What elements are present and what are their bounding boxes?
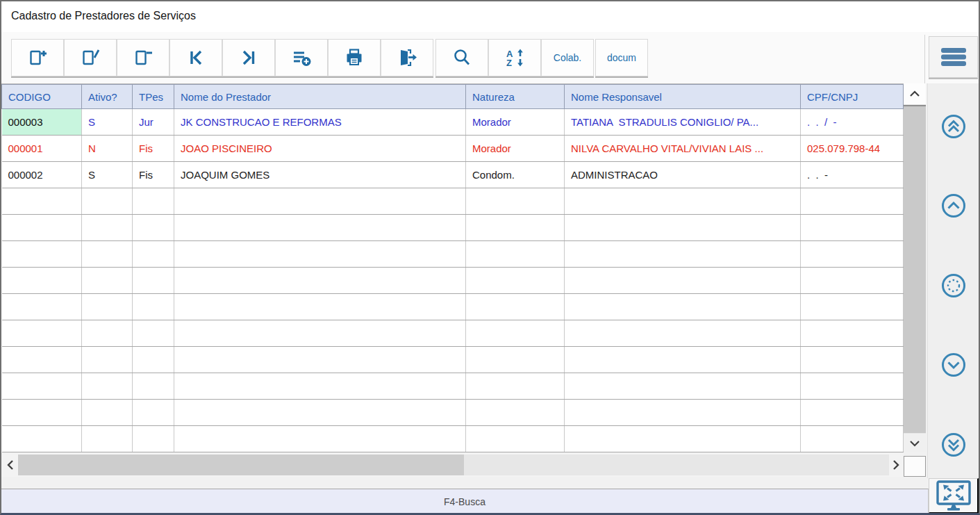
cell-codigo-selected[interactable]: 000003 [2, 109, 82, 136]
cell-tpes[interactable]: Fis [133, 162, 174, 188]
empty-row [2, 241, 904, 268]
nav-top-button[interactable] [940, 113, 967, 140]
search-button[interactable] [435, 39, 488, 76]
list-plus-icon [290, 47, 313, 69]
page-title: Cadastro de Prestadores de Serviços [11, 10, 196, 22]
column-header-nome[interactable]: Nome do Prestador [174, 85, 466, 109]
horizontal-scroll-track [18, 455, 889, 475]
scroll-right-button[interactable] [889, 453, 903, 477]
status-bar: F4-Busca [1, 489, 929, 514]
cell-cpf[interactable]: . . - [801, 162, 904, 188]
cell-natureza[interactable]: Condom. [466, 162, 565, 188]
title-bar: Cadastro de Prestadores de Serviços [1, 1, 979, 32]
scroll-up-button[interactable] [904, 83, 926, 104]
app-window: Cadastro de Prestadores de Serviços [0, 0, 980, 515]
chevron-right-icon [892, 459, 899, 471]
vertical-scroll-thumb[interactable] [904, 105, 926, 433]
docum-button[interactable]: docum [595, 39, 648, 76]
delete-record-button[interactable] [117, 39, 169, 76]
printer-icon [343, 47, 365, 69]
providers-grid: CODIGO Ativo? TPes Nome do Prestador Nat… [1, 83, 904, 452]
search-icon [451, 47, 473, 69]
colab-button[interactable]: Colab. [541, 39, 594, 76]
empty-row [2, 268, 904, 294]
cell-responsavel[interactable]: TATIANA STRADULIS CONIGLIO/ PA... [565, 109, 801, 136]
cell-natureza[interactable]: Morador [466, 109, 565, 136]
table-row[interactable]: 000002 S Fis JOAQUIM GOMES Condom. ADMIN… [2, 162, 904, 188]
cell-tpes[interactable]: Jur [133, 109, 174, 136]
empty-row [2, 215, 904, 241]
status-text: F4-Busca [444, 496, 485, 507]
table-row[interactable]: 000001 N Fis JOAO PISCINEIRO Morador NIL… [2, 136, 904, 162]
chevron-up-icon [909, 90, 920, 97]
table-row[interactable]: 000003 S Jur JK CONSTRUCAO E REFORMAS Mo… [2, 109, 904, 136]
first-record-button[interactable] [169, 39, 222, 76]
cell-responsavel[interactable]: NILVA CARVALHO VITAL/VIVIAN LAIS ... [565, 136, 801, 162]
cell-ativo[interactable]: S [82, 162, 133, 188]
exit-door-icon [395, 47, 419, 69]
chevron-down-circle-icon [940, 352, 967, 378]
expand-button[interactable] [929, 478, 979, 514]
horizontal-scroll-thumb[interactable] [18, 455, 464, 475]
print-button[interactable] [328, 39, 381, 76]
column-header-cpf[interactable]: CPF/CNPJ [801, 85, 904, 109]
empty-row [2, 320, 904, 347]
sort-az-icon: A Z [504, 47, 526, 69]
cell-ativo[interactable]: N [82, 136, 133, 162]
exit-button[interactable] [381, 39, 433, 76]
column-header-tpes[interactable]: TPes [133, 85, 174, 109]
nav-up-button[interactable] [940, 193, 967, 219]
horizontal-scrollbar [1, 453, 904, 477]
nav-first-icon [185, 47, 207, 69]
scroll-left-button[interactable] [3, 453, 18, 477]
scrollbar-corner [904, 456, 926, 477]
empty-row [2, 400, 904, 426]
column-header-responsavel[interactable]: Nome Responsavel [565, 85, 801, 109]
empty-row [2, 294, 904, 320]
cell-codigo[interactable]: 000001 [2, 136, 82, 162]
grid-header-row: CODIGO Ativo? TPes Nome do Prestador Nat… [2, 85, 904, 109]
edit-record-button[interactable] [64, 39, 117, 76]
hamburger-icon [940, 46, 967, 68]
doc-minus-icon [132, 47, 154, 69]
nav-down-button[interactable] [940, 352, 967, 378]
chevron-left-icon [7, 459, 14, 471]
chevron-up-circle-icon [940, 193, 967, 219]
expand-screen-icon [936, 480, 972, 512]
cell-nome[interactable]: JK CONSTRUCAO E REFORMAS [174, 109, 466, 136]
toolbar: A Z Colab. docum [1, 32, 979, 83]
column-header-ativo[interactable]: Ativo? [82, 85, 133, 109]
menu-button[interactable] [929, 36, 978, 78]
doc-edit-icon [79, 47, 101, 69]
docum-button-label: docum [607, 52, 636, 63]
scroll-down-button[interactable] [904, 434, 926, 452]
cell-cpf[interactable]: 025.079.798-44 [801, 136, 904, 162]
nav-last-icon [238, 47, 260, 69]
cell-cpf[interactable]: . . / - [801, 109, 904, 136]
cell-nome[interactable]: JOAQUIM GOMES [174, 162, 466, 188]
cell-codigo[interactable]: 000002 [2, 162, 82, 188]
doc-plus-icon [26, 47, 49, 69]
last-record-button[interactable] [222, 39, 275, 76]
insert-list-button[interactable] [275, 39, 328, 76]
column-header-codigo[interactable]: CODIGO [2, 85, 82, 109]
double-chevron-up-circle-icon [940, 113, 967, 140]
svg-text:Z: Z [506, 58, 512, 68]
cell-ativo[interactable]: S [82, 109, 133, 136]
cell-nome[interactable]: JOAO PISCINEIRO [174, 136, 466, 162]
chevron-down-icon [909, 440, 920, 447]
empty-row [2, 373, 904, 400]
empty-row [2, 347, 904, 373]
nav-bottom-button[interactable] [940, 432, 967, 458]
column-header-natureza[interactable]: Natureza [466, 85, 565, 109]
double-chevron-down-circle-icon [940, 432, 967, 458]
cell-natureza[interactable]: Morador [466, 136, 565, 162]
empty-row [2, 426, 904, 452]
cell-tpes[interactable]: Fis [133, 136, 174, 162]
vertical-scrollbar [904, 83, 926, 452]
add-record-button[interactable] [11, 39, 64, 76]
nav-locate-button[interactable] [940, 272, 967, 299]
cell-responsavel[interactable]: ADMINISTRACAO [565, 162, 801, 188]
empty-row [2, 188, 904, 215]
sort-button[interactable]: A Z [488, 39, 541, 76]
